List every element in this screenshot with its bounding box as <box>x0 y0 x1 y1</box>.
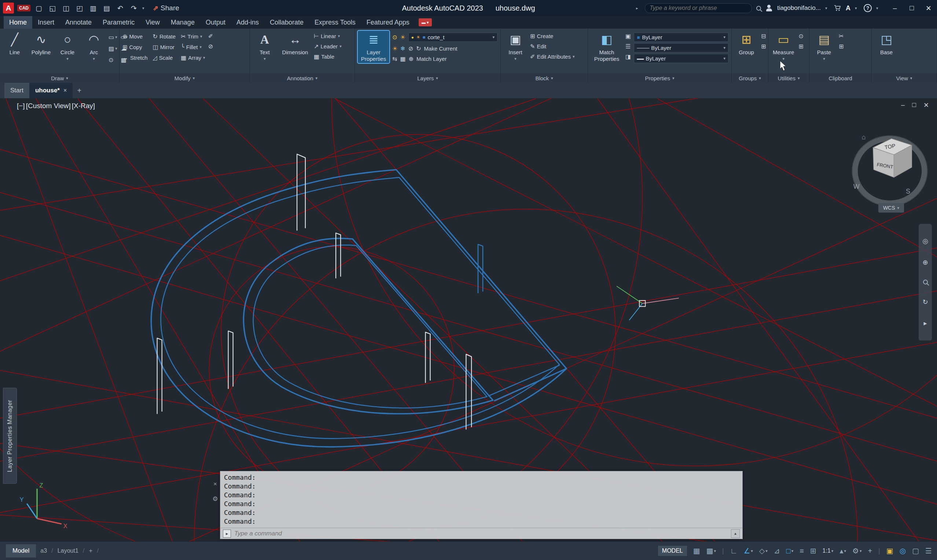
arc-tool-button[interactable]: ◠ Arc ▾ <box>82 31 106 63</box>
paste-button[interactable]: ▤ Paste ▾ <box>812 31 836 63</box>
hatch-tool-button[interactable]: ▨▾ <box>109 45 117 52</box>
properties-icon-3[interactable]: ◨ <box>625 53 631 60</box>
file-tab-uhouse[interactable]: uhouse* × <box>29 83 72 98</box>
lineweight-dropdown[interactable]: ▬▬ ByLayer ▾ <box>634 54 728 63</box>
layout-tab-a3[interactable]: a3 <box>40 548 47 554</box>
tab-addins[interactable]: Add-ins <box>231 16 264 29</box>
point-tool-button[interactable]: ⊙ <box>109 57 117 63</box>
command-customize-icon[interactable]: ⚙ <box>212 495 218 503</box>
annotation-visibility-toggle[interactable]: ▴▾ <box>840 546 846 555</box>
new-layout-button[interactable]: + <box>89 547 93 554</box>
properties-icon-1[interactable]: ▣ <box>625 32 631 40</box>
inner-wall-inner-edge[interactable] <box>253 245 487 408</box>
wcs-dropdown[interactable]: WCS ▾ <box>879 203 904 212</box>
tab-collaborate[interactable]: Collaborate <box>264 16 309 29</box>
copy-clip-icon[interactable]: ⊞ <box>839 43 843 50</box>
erase-button[interactable]: ✐ <box>208 32 213 40</box>
rotate-button[interactable]: ↻Rotate <box>153 33 176 40</box>
plot-icon[interactable]: ▥ <box>88 4 98 12</box>
match-layer-button[interactable]: Match Layer <box>417 56 447 62</box>
paste-dropdown-icon[interactable]: ▾ <box>823 56 825 62</box>
publish-icon[interactable]: ▤ <box>102 4 112 12</box>
edit-block-button[interactable]: ✎Edit <box>530 43 575 50</box>
nav-showmotion-icon[interactable]: ▸ <box>923 319 927 327</box>
command-input[interactable] <box>234 530 728 537</box>
cart-icon[interactable] <box>834 5 841 11</box>
quick-toolbar-dropdown-icon[interactable]: ▾ <box>142 6 147 11</box>
layer-sun2-icon[interactable]: ☀ <box>392 45 397 52</box>
linear-dimension-button[interactable]: ⊢Linear▾ <box>314 32 342 40</box>
object-snap-toggle[interactable]: □▾ <box>786 547 794 555</box>
hardware-accel-icon[interactable]: ◎ <box>900 546 906 555</box>
ribbon-display-toggle[interactable]: ▬ ▾ <box>418 18 432 26</box>
layer-thaw-icon[interactable]: ☀ <box>400 34 405 41</box>
command-prompt-icon[interactable]: ▸ <box>223 529 231 538</box>
group-edit-icon[interactable]: ⊞ <box>761 43 766 50</box>
file-tab-start[interactable]: Start <box>5 83 29 98</box>
linetype-dropdown[interactable]: ——— ByLayer ▾ <box>634 43 728 52</box>
scale-button[interactable]: ◿Scale <box>153 54 176 61</box>
file-tab-close-icon[interactable]: × <box>63 87 67 94</box>
layer-freeze-icon[interactable]: ❄ <box>400 45 405 52</box>
arc-dropdown-icon[interactable]: ▾ <box>93 56 95 62</box>
app-store-dropdown-icon[interactable]: ▾ <box>855 6 859 11</box>
paper-model-toggle[interactable]: MODEL <box>658 546 687 556</box>
nav-orbit-icon[interactable]: ↻ <box>922 298 928 306</box>
layer-select-dropdown[interactable]: ● ☀ ■ corte_t ▾ <box>408 32 497 42</box>
annotation-scale-control[interactable]: 1:1▾ <box>823 548 834 554</box>
fillet-button[interactable]: ╰Fillet▾ <box>181 44 205 51</box>
construction-circle[interactable] <box>332 98 937 466</box>
table-button[interactable]: ▦Table <box>314 53 342 60</box>
tab-output[interactable]: Output <box>200 16 231 29</box>
nav-wheel-icon[interactable]: ◎ <box>922 237 928 245</box>
stretch-button[interactable]: ↔Stretch <box>122 54 148 61</box>
tab-featured-apps[interactable]: Featured Apps <box>361 16 415 29</box>
search-input[interactable] <box>649 5 747 11</box>
viewport-minus-control[interactable]: [−] <box>17 102 25 110</box>
osnap-tracking-toggle[interactable]: ⊿ <box>774 546 780 555</box>
construction-circle[interactable] <box>221 134 615 529</box>
viewport-minimize-icon[interactable]: – <box>901 101 905 109</box>
layer-off-icon[interactable]: ⊙ <box>392 34 397 41</box>
quick-calc-icon[interactable]: ⊞ <box>799 43 803 50</box>
panel-label-view[interactable]: View ▾ <box>872 73 937 83</box>
tab-insert[interactable]: Insert <box>32 16 60 29</box>
panel-label-block[interactable]: Block ▾ <box>501 73 588 83</box>
viewport-restore-icon[interactable]: □ <box>912 101 916 109</box>
dimension-tool-button[interactable]: ↔ Dimension <box>279 31 311 57</box>
tab-manage[interactable]: Manage <box>165 16 200 29</box>
polyline-tool-button[interactable]: ∿ Polyline <box>29 31 53 57</box>
rectangle-tool-button[interactable]: ▭▾ <box>109 34 117 41</box>
layout-tab-layout1[interactable]: Layout1 <box>58 548 78 554</box>
redo-icon[interactable]: ↷ <box>129 4 139 12</box>
undo-icon[interactable]: ↶ <box>115 4 125 12</box>
panel-label-annotation[interactable]: Annotation ▾ <box>250 73 354 83</box>
model-tab[interactable]: Model <box>6 544 36 557</box>
viewcube-home-icon[interactable]: ⌂ <box>862 134 866 141</box>
insert-dropdown-icon[interactable]: ▾ <box>514 56 517 62</box>
panel-label-layers[interactable]: Layers ▾ <box>355 73 500 83</box>
tab-view[interactable]: View <box>140 16 165 29</box>
viewcube-west-label[interactable]: W <box>854 183 860 190</box>
save-icon[interactable]: ◫ <box>61 4 71 12</box>
layer-match-icon[interactable]: ⇆ <box>392 55 397 62</box>
minimize-button[interactable]: – <box>886 0 903 16</box>
command-window-grip[interactable]: × ⚙ <box>211 471 220 539</box>
graphics-performance-icon[interactable]: ▣ <box>886 546 893 555</box>
drawing-canvas[interactable]: Z X Y W S ⌂ TOP FRO <box>0 98 937 541</box>
save-as-icon[interactable]: ◰ <box>74 4 85 12</box>
layer-restore-icon[interactable]: ↻ <box>416 45 421 52</box>
inner-wall-outer-edge[interactable] <box>243 238 493 414</box>
tab-parametric[interactable]: Parametric <box>97 16 140 29</box>
panel-label-utilities[interactable]: Utilities ▾ <box>768 73 809 83</box>
nav-zoom-icon[interactable] <box>923 280 928 285</box>
dynamic-input-toggle[interactable]: ⊞ <box>810 546 816 555</box>
new-tab-button[interactable]: + <box>72 83 86 98</box>
tab-express-tools[interactable]: Express Tools <box>309 16 361 29</box>
text-dropdown-icon[interactable]: ▾ <box>263 56 266 62</box>
measure-button[interactable]: ▭ Measure ▾ <box>771 31 795 63</box>
isodraft-toggle[interactable]: ◇▾ <box>759 546 768 555</box>
app-store-icon[interactable]: A <box>846 5 851 12</box>
search-box[interactable] <box>645 3 752 13</box>
house-wireframe[interactable] <box>151 170 566 447</box>
